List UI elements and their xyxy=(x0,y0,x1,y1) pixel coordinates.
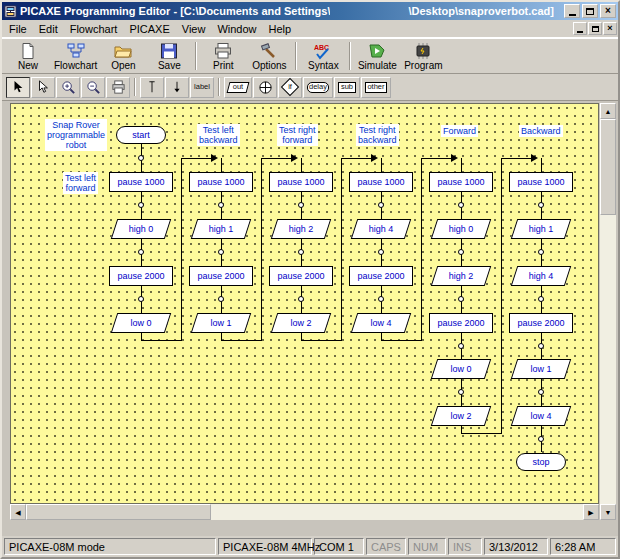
minimize-button[interactable] xyxy=(564,4,580,18)
simulate-button[interactable]: Simulate xyxy=(354,41,400,72)
line-tool-icon xyxy=(145,79,159,95)
flowchart-shape[interactable]: low 4 xyxy=(354,313,408,333)
save-button[interactable]: Save xyxy=(146,41,192,72)
print-preview-button[interactable] xyxy=(106,77,130,98)
if-command-button[interactable]: if xyxy=(278,77,302,98)
select-tool-button[interactable] xyxy=(6,77,30,98)
flowchart-shape[interactable]: low 0 xyxy=(434,359,488,379)
shape-label: high 2 xyxy=(289,224,314,234)
delay-command-button[interactable]: delay xyxy=(303,77,333,98)
sub-command-button[interactable]: sub xyxy=(334,77,360,98)
flowchart-shape[interactable]: high 0 xyxy=(114,219,168,239)
new-button[interactable]: New xyxy=(5,41,51,72)
flowchart-shape-start[interactable]: start xyxy=(116,126,166,144)
scroll-up-button[interactable]: ▲ xyxy=(600,103,616,119)
flowchart-comment[interactable]: Backward xyxy=(519,125,563,137)
flowchart-shape[interactable]: high 0 xyxy=(434,219,488,239)
flowchart-shape[interactable]: pause 2000 xyxy=(429,313,493,333)
mdi-restore-button[interactable] xyxy=(588,22,602,35)
shape-label: low 1 xyxy=(530,364,551,374)
menu-item-edit[interactable]: Edit xyxy=(33,22,64,36)
arrow-line-icon xyxy=(170,79,184,95)
syntax-check-icon: ABC xyxy=(313,42,333,60)
sub-command-text: sub xyxy=(341,83,353,91)
toolbar-button-label: Print xyxy=(213,60,234,71)
mdi-close-button[interactable]: × xyxy=(603,22,617,35)
out-command-button[interactable]: out xyxy=(224,77,252,98)
flowchart-shape[interactable]: high 4 xyxy=(514,266,568,286)
mdi-minimize-button[interactable] xyxy=(573,22,587,35)
move-tool-button[interactable] xyxy=(31,77,55,98)
vertical-scroll-thumb[interactable] xyxy=(600,119,616,215)
flowchart-shape[interactable]: high 1 xyxy=(194,219,248,239)
open-button[interactable]: Open xyxy=(100,41,146,72)
label-tool-button[interactable]: label xyxy=(190,77,214,98)
flowchart-shape-stop[interactable]: stop xyxy=(516,453,566,471)
scroll-right-button[interactable]: ▶ xyxy=(583,504,599,520)
shape-label: high 2 xyxy=(449,271,474,281)
tools-icon xyxy=(259,42,279,60)
flowchart-shape[interactable]: high 1 xyxy=(514,219,568,239)
toolbar-separator xyxy=(295,42,297,70)
maximize-icon xyxy=(586,8,594,15)
menu-item-file[interactable]: File xyxy=(3,22,33,36)
zoom-out-button[interactable] xyxy=(81,77,105,98)
options-button[interactable]: Options xyxy=(246,41,292,72)
flowchart-comment[interactable]: Snap Rover programmable robot xyxy=(45,119,107,151)
print-button[interactable]: Print xyxy=(200,41,246,72)
motor-command-button[interactable] xyxy=(253,77,277,98)
flowchart-shape[interactable]: low 2 xyxy=(434,406,488,426)
menu-item-picaxe[interactable]: PICAXE xyxy=(123,22,175,36)
flowchart-button[interactable]: Flowchart xyxy=(51,41,100,72)
flowchart-shape[interactable]: pause 1000 xyxy=(109,172,173,192)
flowchart-shape[interactable]: low 0 xyxy=(114,313,168,333)
flowchart-shape[interactable]: pause 2000 xyxy=(509,313,573,333)
shape-label: pause 1000 xyxy=(357,177,404,187)
flowchart-shape[interactable]: high 2 xyxy=(434,266,488,286)
shape-label: pause 2000 xyxy=(277,271,324,281)
scroll-down-button[interactable]: ▼ xyxy=(600,504,616,520)
flowchart-shape[interactable]: pause 1000 xyxy=(509,172,573,192)
flowchart-shape[interactable]: pause 2000 xyxy=(269,266,333,286)
flowchart-shape[interactable]: low 1 xyxy=(194,313,248,333)
flowchart-shape[interactable]: pause 1000 xyxy=(429,172,493,192)
flowchart-comment[interactable]: Test right forward xyxy=(277,124,318,146)
shape-label: low 4 xyxy=(530,411,551,421)
syntax-button[interactable]: ABC Syntax xyxy=(300,41,346,72)
menu-item-help[interactable]: Help xyxy=(263,22,298,36)
menu-item-flowchart[interactable]: Flowchart xyxy=(64,22,124,36)
flowchart-shape[interactable]: pause 2000 xyxy=(349,266,413,286)
flowchart-comment[interactable]: Test left backward xyxy=(197,124,240,146)
flowchart-shape[interactable]: pause 1000 xyxy=(349,172,413,192)
program-button[interactable]: Program xyxy=(400,41,446,72)
horizontal-scrollbar[interactable]: ◀ ▶ xyxy=(10,504,599,520)
zoom-in-button[interactable] xyxy=(56,77,80,98)
flowchart-icon xyxy=(66,42,86,60)
flowchart-canvas[interactable]: Snap Rover programmable robot Test left … xyxy=(10,103,599,504)
arrow-line-tool-button[interactable] xyxy=(165,77,189,98)
flowchart-shape[interactable]: high 2 xyxy=(274,219,328,239)
other-command-button[interactable]: other xyxy=(361,77,391,98)
flowchart-comment[interactable]: Forward xyxy=(441,125,478,137)
flowchart-shape[interactable]: low 2 xyxy=(274,313,328,333)
flowchart-shape[interactable]: pause 2000 xyxy=(189,266,253,286)
title-bar[interactable]: PICAXE Programming Editor - [C:\Document… xyxy=(2,2,618,20)
vertical-scrollbar[interactable]: ▲ ▼ xyxy=(600,103,616,520)
flowchart-shape[interactable]: low 1 xyxy=(514,359,568,379)
maximize-button[interactable] xyxy=(582,4,598,18)
flowchart-shape[interactable]: pause 1000 xyxy=(269,172,333,192)
flowchart-shape[interactable]: low 4 xyxy=(514,406,568,426)
flowchart-shape[interactable]: pause 1000 xyxy=(189,172,253,192)
menu-item-view[interactable]: View xyxy=(176,22,212,36)
close-button[interactable]: × xyxy=(600,4,616,18)
line-tool-button[interactable] xyxy=(140,77,164,98)
flowchart-comment[interactable]: Test right backward xyxy=(356,124,399,146)
flowchart-shape[interactable]: pause 2000 xyxy=(109,266,173,286)
toolbar-separator xyxy=(349,42,351,70)
flowchart-shape[interactable]: high 4 xyxy=(354,219,408,239)
toolbar-button-label: Open xyxy=(111,60,135,71)
scroll-left-button[interactable]: ◀ xyxy=(10,504,26,520)
flowchart-comment[interactable]: Test left forward xyxy=(63,172,98,194)
menu-item-window[interactable]: Window xyxy=(211,22,262,36)
horizontal-scroll-thumb[interactable] xyxy=(26,504,211,520)
